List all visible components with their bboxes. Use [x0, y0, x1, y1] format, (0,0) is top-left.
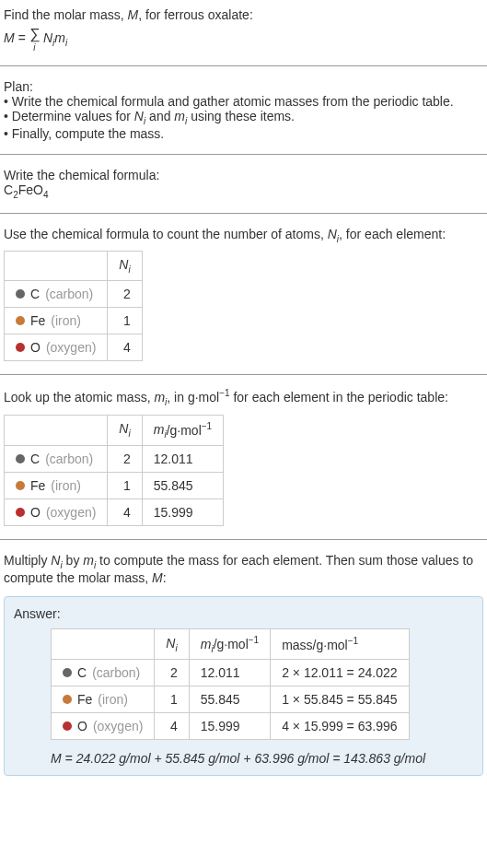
mi-value: 55.845 — [142, 473, 223, 499]
table-header-row: Ni mi/g·mol−1 mass/g·mol−1 — [52, 628, 410, 659]
find-text: Find the molar mass, — [4, 7, 128, 22]
plan-bullet-2: • Determine values for Ni and mi using t… — [4, 109, 483, 126]
plan-section: Plan: • Write the chemical formula and g… — [0, 72, 487, 148]
element-cell: C (carbon) — [52, 660, 155, 686]
sigma-symbol: ∑ — [29, 26, 40, 41]
oxygen-dot-icon — [63, 721, 72, 731]
plan-bullet-1: • Write the chemical formula and gather … — [4, 94, 483, 109]
table-row: O (oxygen) 4 15.999 — [5, 499, 224, 526]
plan-heading: Plan: — [4, 79, 483, 94]
mass-calc: 4 × 15.999 = 63.996 — [271, 713, 409, 740]
mi-value: 12.011 — [189, 660, 270, 686]
chemical-formula: C2FeO4 — [4, 182, 483, 200]
atomic-mass-section: Look up the atomic mass, mi, in g·mol−1 … — [0, 381, 487, 534]
atomic-mass-text: Look up the atomic mass, mi, in g·mol−1 … — [4, 388, 483, 406]
intro-text: Find the molar mass, M, for ferrous oxal… — [4, 7, 483, 22]
oxygen-dot-icon — [16, 343, 25, 352]
multiply-text: Multiply Ni by mi to compute the mass fo… — [4, 553, 483, 585]
element-cell: O (oxygen) — [52, 713, 155, 740]
atomic-mass-table: Ni mi/g·mol−1 C (carbon) 2 12.011 Fe (ir… — [4, 415, 224, 526]
for-text: , for ferrous oxalate: — [138, 7, 253, 22]
mi-value: 12.011 — [142, 446, 223, 473]
table-row: Fe (iron) 1 55.845 — [5, 473, 224, 499]
element-cell: C (carbon) — [5, 281, 108, 308]
ni-header: Ni — [108, 415, 142, 445]
ni-value: 4 — [108, 499, 142, 526]
element-cell: O (oxygen) — [5, 334, 108, 361]
ni-value: 1 — [155, 686, 189, 713]
table-header-row: Ni — [5, 252, 143, 281]
element-cell: Fe (iron) — [5, 473, 108, 499]
answer-label: Answer: — [14, 606, 473, 621]
iron-dot-icon — [63, 695, 72, 704]
element-cell: Fe (iron) — [52, 686, 155, 713]
table-row: Fe (iron) 1 55.845 1 × 55.845 = 55.845 — [52, 686, 410, 713]
empty-header — [52, 628, 155, 659]
carbon-dot-icon — [16, 289, 25, 299]
mass-calc: 1 × 55.845 = 55.845 — [271, 686, 409, 713]
chemical-formula-heading: Write the chemical formula: — [4, 168, 483, 182]
oxygen-dot-icon — [16, 508, 25, 517]
final-answer: M = 24.022 g/mol + 55.845 g/mol + 63.996… — [51, 751, 473, 766]
chemical-formula-section: Write the chemical formula: C2FeO4 — [0, 160, 487, 207]
iron-dot-icon — [16, 316, 25, 325]
element-cell: C (carbon) — [5, 446, 108, 473]
count-atoms-text: Use the chemical formula to count the nu… — [4, 227, 483, 244]
ni-value: 1 — [108, 473, 142, 499]
mi-header: mi/g·mol−1 — [142, 415, 223, 445]
ni-value: 2 — [108, 446, 142, 473]
table-row: O (oxygen) 4 15.999 4 × 15.999 = 63.996 — [52, 713, 410, 740]
divider — [0, 374, 487, 375]
plan-bullet-3: • Finally, compute the mass. — [4, 126, 483, 141]
divider — [0, 154, 487, 155]
divider — [0, 65, 487, 66]
table-row: C (carbon) 2 12.011 — [5, 446, 224, 473]
element-cell: O (oxygen) — [5, 499, 108, 526]
divider — [0, 213, 487, 214]
intro-section: Find the molar mass, M, for ferrous oxal… — [0, 0, 487, 60]
sigma-container: ∑i — [29, 26, 40, 53]
table-row: O (oxygen) 4 — [5, 334, 143, 361]
ni-value: 2 — [155, 660, 189, 686]
carbon-dot-icon — [16, 454, 25, 463]
divider — [0, 539, 487, 540]
ni-value: 4 — [155, 713, 189, 740]
ni-value: 1 — [108, 308, 142, 334]
table-row: Fe (iron) 1 — [5, 308, 143, 334]
empty-header — [5, 252, 108, 281]
table-header-row: Ni mi/g·mol−1 — [5, 415, 224, 445]
ni-header: Ni — [108, 252, 142, 281]
carbon-dot-icon — [63, 668, 72, 677]
mi-value: 55.845 — [189, 686, 270, 713]
ni-header: Ni — [155, 628, 189, 659]
table-row: C (carbon) 2 12.011 2 × 12.011 = 24.022 — [52, 660, 410, 686]
table-row: C (carbon) 2 — [5, 281, 143, 308]
molar-mass-formula: M = ∑i Nimi — [4, 26, 483, 53]
mi-value: 15.999 — [142, 499, 223, 526]
atom-count-table: Ni C (carbon) 2 Fe (iron) 1 O (oxygen) 4 — [4, 251, 143, 361]
ni-value: 2 — [108, 281, 142, 308]
sigma-sub: i — [29, 42, 40, 53]
element-cell: Fe (iron) — [5, 308, 108, 334]
iron-dot-icon — [16, 481, 25, 490]
mass-header: mass/g·mol−1 — [271, 628, 409, 659]
var-M: M — [128, 7, 139, 22]
answer-box: Answer: Ni mi/g·mol−1 mass/g·mol−1 C (ca… — [4, 596, 483, 776]
mi-header: mi/g·mol−1 — [189, 628, 270, 659]
multiply-section: Multiply Ni by mi to compute the mass fo… — [0, 545, 487, 592]
mass-calc: 2 × 12.011 = 24.022 — [271, 660, 409, 686]
answer-table: Ni mi/g·mol−1 mass/g·mol−1 C (carbon) 2 … — [51, 628, 410, 740]
formula-lhs: M = — [4, 30, 29, 45]
empty-header — [5, 415, 108, 445]
ni-value: 4 — [108, 334, 142, 361]
count-atoms-section: Use the chemical formula to count the nu… — [0, 219, 487, 369]
mi-value: 15.999 — [189, 713, 270, 740]
